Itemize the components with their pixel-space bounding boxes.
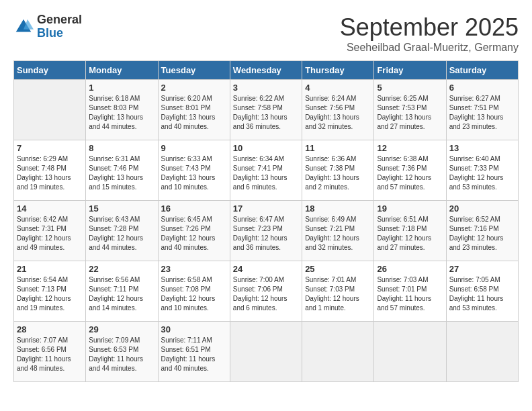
calendar-day-cell: 2 Sunrise: 6:20 AM Sunset: 8:01 PM Dayli… bbox=[158, 80, 230, 140]
daylight-label: Daylight: 12 hours and 32 minutes. bbox=[305, 234, 359, 251]
sunset-label: Sunset: 7:21 PM bbox=[305, 225, 355, 232]
calendar-day-cell: 12 Sunrise: 6:38 AM Sunset: 7:36 PM Dayl… bbox=[374, 140, 446, 201]
calendar-day-cell: 17 Sunrise: 6:47 AM Sunset: 7:23 PM Dayl… bbox=[230, 201, 302, 261]
day-number: 12 bbox=[377, 143, 443, 153]
day-info: Sunrise: 7:11 AM Sunset: 6:51 PM Dayligh… bbox=[161, 336, 227, 373]
logo-text: General Blue bbox=[37, 13, 82, 40]
calendar-day-cell bbox=[14, 80, 86, 140]
day-number: 4 bbox=[305, 83, 371, 93]
day-info: Sunrise: 6:34 AM Sunset: 7:41 PM Dayligh… bbox=[233, 154, 299, 192]
daylight-label: Daylight: 12 hours and 49 minutes. bbox=[17, 234, 71, 251]
weekday-header-thursday: Thursday bbox=[302, 61, 374, 80]
sunset-label: Sunset: 7:08 PM bbox=[161, 285, 211, 293]
day-info: Sunrise: 6:40 AM Sunset: 7:33 PM Dayligh… bbox=[449, 154, 515, 192]
sunset-label: Sunset: 6:56 PM bbox=[17, 346, 66, 353]
day-number: 27 bbox=[449, 264, 515, 274]
calendar-day-cell: 8 Sunrise: 6:31 AM Sunset: 7:46 PM Dayli… bbox=[86, 140, 158, 201]
daylight-label: Daylight: 13 hours and 2 minutes. bbox=[305, 174, 359, 191]
day-info: Sunrise: 7:07 AM Sunset: 6:56 PM Dayligh… bbox=[17, 336, 83, 373]
daylight-label: Daylight: 12 hours and 14 minutes. bbox=[89, 295, 143, 312]
daylight-label: Daylight: 11 hours and 48 minutes. bbox=[17, 355, 71, 372]
sunrise-label: Sunrise: 7:01 AM bbox=[305, 276, 356, 283]
sunset-label: Sunset: 7:26 PM bbox=[161, 225, 211, 232]
sunset-label: Sunset: 7:28 PM bbox=[89, 225, 138, 232]
day-number: 15 bbox=[89, 203, 154, 214]
day-info: Sunrise: 6:24 AM Sunset: 7:56 PM Dayligh… bbox=[305, 94, 371, 132]
calendar-day-cell: 23 Sunrise: 6:58 AM Sunset: 7:08 PM Dayl… bbox=[158, 261, 230, 322]
daylight-label: Daylight: 12 hours and 44 minutes. bbox=[89, 234, 143, 251]
day-number: 21 bbox=[17, 264, 83, 274]
day-number: 29 bbox=[89, 324, 154, 334]
calendar-day-cell: 5 Sunrise: 6:25 AM Sunset: 7:53 PM Dayli… bbox=[374, 80, 446, 140]
day-info: Sunrise: 6:33 AM Sunset: 7:43 PM Dayligh… bbox=[161, 154, 227, 192]
sunrise-label: Sunrise: 6:33 AM bbox=[161, 155, 212, 163]
sunset-label: Sunset: 7:01 PM bbox=[377, 285, 427, 293]
day-number: 14 bbox=[17, 203, 83, 214]
sunset-label: Sunset: 6:53 PM bbox=[89, 346, 138, 353]
day-info: Sunrise: 6:25 AM Sunset: 7:53 PM Dayligh… bbox=[377, 94, 443, 132]
calendar-day-cell: 3 Sunrise: 6:22 AM Sunset: 7:58 PM Dayli… bbox=[230, 80, 302, 140]
daylight-label: Daylight: 13 hours and 44 minutes. bbox=[89, 113, 143, 130]
sunrise-label: Sunrise: 6:29 AM bbox=[17, 155, 68, 163]
page-header: General Blue September 2025 Seeheilbad G… bbox=[13, 13, 519, 54]
day-info: Sunrise: 6:43 AM Sunset: 7:28 PM Dayligh… bbox=[89, 215, 154, 253]
daylight-label: Daylight: 13 hours and 19 minutes. bbox=[17, 174, 71, 191]
day-info: Sunrise: 6:18 AM Sunset: 8:03 PM Dayligh… bbox=[89, 94, 154, 132]
day-number: 3 bbox=[233, 83, 299, 93]
day-info: Sunrise: 6:38 AM Sunset: 7:36 PM Dayligh… bbox=[377, 154, 443, 192]
sunrise-label: Sunrise: 6:24 AM bbox=[305, 95, 356, 102]
sunset-label: Sunset: 7:06 PM bbox=[233, 285, 283, 293]
day-number: 18 bbox=[305, 203, 371, 214]
sunset-label: Sunset: 7:43 PM bbox=[161, 165, 211, 172]
daylight-label: Daylight: 12 hours and 10 minutes. bbox=[161, 295, 216, 312]
calendar-day-cell: 18 Sunrise: 6:49 AM Sunset: 7:21 PM Dayl… bbox=[302, 201, 374, 261]
daylight-label: Daylight: 12 hours and 40 minutes. bbox=[161, 234, 216, 251]
daylight-label: Daylight: 13 hours and 6 minutes. bbox=[233, 174, 287, 191]
day-number: 8 bbox=[89, 143, 154, 153]
calendar-day-cell: 14 Sunrise: 6:42 AM Sunset: 7:31 PM Dayl… bbox=[14, 201, 86, 261]
sunset-label: Sunset: 7:56 PM bbox=[305, 104, 355, 111]
title-block: September 2025 Seeheilbad Graal-Mueritz,… bbox=[340, 13, 519, 54]
daylight-label: Daylight: 12 hours and 57 minutes. bbox=[377, 174, 431, 191]
calendar-day-cell: 7 Sunrise: 6:29 AM Sunset: 7:48 PM Dayli… bbox=[14, 140, 86, 201]
day-info: Sunrise: 6:49 AM Sunset: 7:21 PM Dayligh… bbox=[305, 215, 371, 253]
sunrise-label: Sunrise: 7:00 AM bbox=[233, 276, 284, 283]
daylight-label: Daylight: 13 hours and 40 minutes. bbox=[161, 113, 216, 130]
sunset-label: Sunset: 7:48 PM bbox=[17, 165, 66, 172]
day-number: 25 bbox=[305, 264, 371, 274]
sunrise-label: Sunrise: 7:09 AM bbox=[89, 336, 140, 344]
calendar-day-cell: 26 Sunrise: 7:03 AM Sunset: 7:01 PM Dayl… bbox=[374, 261, 446, 322]
daylight-label: Daylight: 13 hours and 15 minutes. bbox=[89, 174, 143, 191]
calendar-day-cell: 28 Sunrise: 7:07 AM Sunset: 6:56 PM Dayl… bbox=[14, 322, 86, 382]
calendar-week-row: 21 Sunrise: 6:54 AM Sunset: 7:13 PM Dayl… bbox=[14, 261, 519, 322]
daylight-label: Daylight: 11 hours and 44 minutes. bbox=[89, 355, 143, 372]
day-info: Sunrise: 6:20 AM Sunset: 8:01 PM Dayligh… bbox=[161, 94, 227, 132]
calendar-day-cell: 6 Sunrise: 6:27 AM Sunset: 7:51 PM Dayli… bbox=[446, 80, 518, 140]
weekday-header-row: SundayMondayTuesdayWednesdayThursdayFrid… bbox=[14, 61, 519, 80]
calendar-week-row: 7 Sunrise: 6:29 AM Sunset: 7:48 PM Dayli… bbox=[14, 140, 519, 201]
daylight-label: Daylight: 12 hours and 19 minutes. bbox=[17, 295, 71, 312]
sunrise-label: Sunrise: 6:34 AM bbox=[233, 155, 284, 163]
day-number: 26 bbox=[377, 264, 443, 274]
daylight-label: Daylight: 13 hours and 23 minutes. bbox=[449, 113, 504, 130]
calendar-week-row: 1 Sunrise: 6:18 AM Sunset: 8:03 PM Dayli… bbox=[14, 80, 519, 140]
weekday-header-friday: Friday bbox=[374, 61, 446, 80]
sunrise-label: Sunrise: 6:25 AM bbox=[377, 95, 428, 102]
daylight-label: Daylight: 13 hours and 36 minutes. bbox=[233, 113, 287, 130]
day-number: 22 bbox=[89, 264, 154, 274]
daylight-label: Daylight: 13 hours and 27 minutes. bbox=[377, 113, 431, 130]
calendar-day-cell: 21 Sunrise: 6:54 AM Sunset: 7:13 PM Dayl… bbox=[14, 261, 86, 322]
day-number: 5 bbox=[377, 83, 443, 93]
sunset-label: Sunset: 7:16 PM bbox=[449, 225, 499, 232]
day-info: Sunrise: 6:51 AM Sunset: 7:18 PM Dayligh… bbox=[377, 215, 443, 253]
sunrise-label: Sunrise: 7:03 AM bbox=[377, 276, 428, 283]
sunrise-label: Sunrise: 6:49 AM bbox=[305, 216, 356, 223]
day-number: 13 bbox=[449, 143, 515, 153]
calendar-day-cell: 4 Sunrise: 6:24 AM Sunset: 7:56 PM Dayli… bbox=[302, 80, 374, 140]
day-info: Sunrise: 6:45 AM Sunset: 7:26 PM Dayligh… bbox=[161, 215, 227, 253]
daylight-label: Daylight: 13 hours and 32 minutes. bbox=[305, 113, 359, 130]
day-info: Sunrise: 7:01 AM Sunset: 7:03 PM Dayligh… bbox=[305, 275, 371, 313]
logo-general-text: General bbox=[37, 13, 82, 27]
sunrise-label: Sunrise: 6:27 AM bbox=[449, 95, 500, 102]
day-info: Sunrise: 6:54 AM Sunset: 7:13 PM Dayligh… bbox=[17, 275, 83, 313]
